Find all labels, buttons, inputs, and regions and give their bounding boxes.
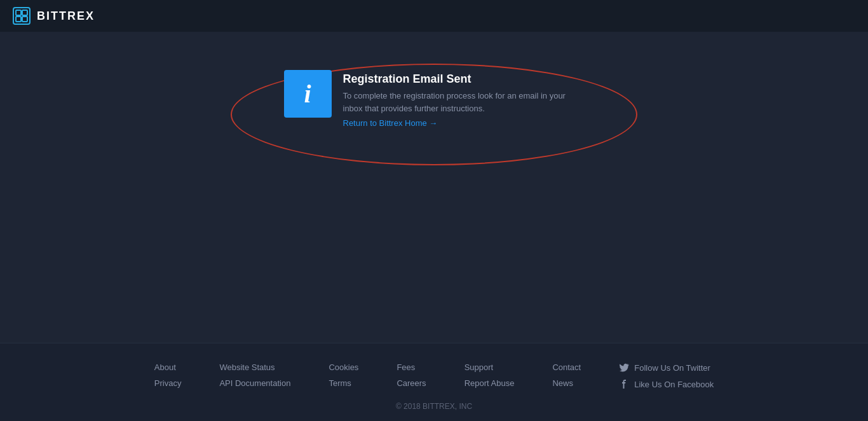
footer-link-api-documentation[interactable]: API Documentation — [219, 378, 290, 388]
info-icon-letter: i — [304, 81, 311, 107]
footer: About Privacy Website Status API Documen… — [0, 343, 868, 421]
footer-link-terms[interactable]: Terms — [329, 378, 358, 388]
footer-link-support[interactable]: Support — [465, 362, 515, 372]
twitter-label: Follow Us On Twitter — [634, 363, 710, 373]
facebook-icon — [619, 379, 629, 389]
notification-body: To complete the registration process loo… — [343, 90, 585, 114]
footer-link-report-abuse[interactable]: Report Abuse — [465, 378, 515, 388]
footer-col-3: Cookies Terms — [329, 362, 358, 389]
footer-link-cookies[interactable]: Cookies — [329, 362, 358, 372]
info-icon-box: i — [284, 70, 332, 118]
facebook-link[interactable]: Like Us On Facebook — [619, 379, 714, 389]
footer-col-5: Support Report Abuse — [465, 362, 515, 389]
footer-col-4: Fees Careers — [397, 362, 426, 389]
footer-link-website-status[interactable]: Website Status — [219, 362, 290, 372]
footer-link-contact[interactable]: Contact — [552, 362, 581, 372]
footer-links: About Privacy Website Status API Documen… — [0, 362, 868, 389]
brand[interactable]: BITTREX — [13, 7, 95, 25]
notification-text: Registration Email Sent To complete the … — [343, 70, 585, 128]
footer-col-2: Website Status API Documentation — [219, 362, 290, 389]
svg-rect-4 — [22, 17, 27, 22]
return-home-link[interactable]: Return to Bittrex Home → — [343, 118, 585, 128]
footer-link-news[interactable]: News — [552, 378, 581, 388]
notification-card: i Registration Email Sent To complete th… — [284, 70, 585, 128]
footer-link-fees[interactable]: Fees — [397, 362, 426, 372]
footer-link-careers[interactable]: Careers — [397, 378, 426, 388]
footer-social-col: Follow Us On Twitter Like Us On Facebook — [619, 362, 714, 389]
footer-col-6: Contact News — [552, 362, 581, 389]
svg-rect-1 — [16, 10, 21, 15]
notification-title: Registration Email Sent — [343, 72, 585, 86]
facebook-label: Like Us On Facebook — [634, 380, 714, 389]
footer-col-1: About Privacy — [154, 362, 182, 389]
footer-link-about[interactable]: About — [154, 362, 182, 372]
svg-rect-2 — [22, 10, 27, 15]
main-content: i Registration Email Sent To complete th… — [0, 32, 868, 343]
twitter-icon — [619, 362, 629, 373]
svg-rect-3 — [16, 17, 21, 22]
twitter-link[interactable]: Follow Us On Twitter — [619, 362, 714, 373]
navbar: BITTREX — [0, 0, 868, 32]
footer-link-privacy[interactable]: Privacy — [154, 378, 182, 388]
footer-copyright: © 2018 BITTREX, INC — [0, 402, 868, 411]
brand-name: BITTREX — [37, 10, 95, 23]
bittrex-logo-icon — [13, 7, 31, 25]
